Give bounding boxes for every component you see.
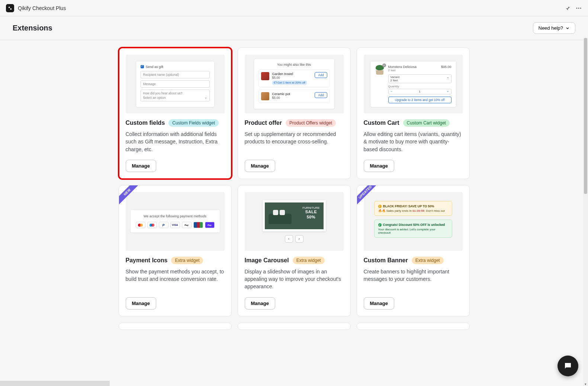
extension-card: Send as gift Recipient name (optional)Me…: [119, 48, 232, 179]
extension-card: × Monstera Deliciosa$95.00 2 feet Varian…: [357, 48, 470, 179]
svg-point-2: [576, 7, 577, 9]
card-title: Custom Banner: [364, 257, 408, 264]
card-badge: Custom Fields widget: [168, 119, 219, 127]
topbar: Qikify Checkout Plus: [0, 0, 588, 16]
card-preview: × Monstera Deliciosa$95.00 2 feet Varian…: [364, 55, 463, 113]
card-badge: Custom Cart widget: [403, 119, 450, 127]
extension-card-stub: [357, 322, 470, 330]
card-preview: You might also like this Garden trowel$5…: [245, 55, 344, 113]
card-preview: Send as gift Recipient name (optional)Me…: [126, 55, 225, 113]
card-title: Custom fields: [126, 120, 165, 126]
card-preview: We accept the following payment methods …: [126, 192, 225, 251]
manage-button[interactable]: Manage: [245, 297, 275, 309]
scrollbar-thumb[interactable]: [584, 38, 587, 194]
help-button[interactable]: Need help?: [533, 22, 576, 34]
svg-rect-1: [10, 8, 12, 10]
page-title: Extensions: [13, 24, 52, 32]
scrollbar-vertical[interactable]: ▴ ▾: [583, 38, 588, 345]
manage-button[interactable]: Manage: [364, 160, 394, 172]
card-badge: Product Offers widget: [286, 119, 336, 127]
card-description: Collect information with additional fiel…: [126, 130, 225, 153]
page-header: Extensions Need help?: [0, 16, 588, 40]
more-icon[interactable]: [575, 5, 582, 12]
extension-card: UPDATED !BLACK FRIDAY! SAVE UP TO 50%🔥🔥 …: [357, 185, 470, 317]
extension-card: FURNITURESALE50% ‹› Image Carousel Extra…: [238, 185, 351, 317]
card-badge: Extra widget: [171, 257, 203, 264]
card-description: Display a slideshow of images in an appe…: [245, 268, 344, 291]
card-title: Custom Cart: [364, 120, 399, 126]
extension-card-stub: [238, 322, 351, 330]
app-title: Qikify Checkout Plus: [18, 5, 66, 11]
chevron-down-icon: [565, 26, 570, 30]
manage-button[interactable]: Manage: [126, 160, 156, 172]
card-preview: FURNITURESALE50% ‹›: [245, 192, 344, 251]
extensions-grid: Send as gift Recipient name (optional)Me…: [119, 48, 470, 330]
manage-button[interactable]: Manage: [126, 297, 156, 309]
extension-card: NEW We accept the following payment meth…: [119, 185, 232, 317]
extension-card-stub: [119, 322, 232, 330]
svg-point-4: [580, 7, 581, 9]
card-badge: Extra widget: [412, 257, 444, 264]
card-description: Allow editing cart items (variants, quan…: [364, 130, 463, 153]
svg-rect-0: [9, 7, 10, 8]
svg-point-3: [578, 7, 579, 9]
manage-button[interactable]: Manage: [245, 160, 275, 172]
app-icon: [6, 4, 14, 12]
manage-button[interactable]: Manage: [364, 297, 394, 309]
card-badge: Extra widget: [293, 257, 325, 264]
card-title: Product offer: [245, 120, 282, 126]
card-description: Create banners to highlight important me…: [364, 268, 463, 291]
extension-card: You might also like this Garden trowel$5…: [238, 48, 351, 179]
card-title: Image Carousel: [245, 257, 289, 264]
pin-icon[interactable]: [564, 5, 571, 12]
card-preview: !BLACK FRIDAY! SAVE UP TO 50%🔥🔥 Sales pa…: [364, 192, 463, 251]
card-description: Set up supplementary or recommended prod…: [245, 130, 344, 153]
card-title: Payment Icons: [126, 257, 168, 264]
card-description: Show the payment methods you accept, to …: [126, 268, 225, 291]
help-label: Need help?: [539, 25, 563, 31]
